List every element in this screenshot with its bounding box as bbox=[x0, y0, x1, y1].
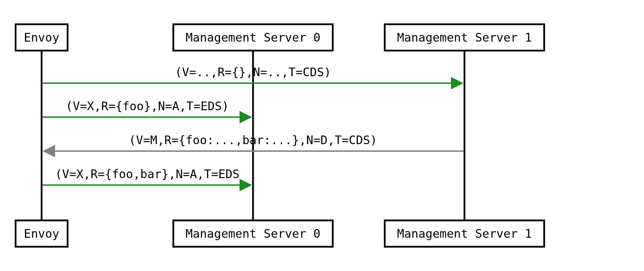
actor-ms0-bottom: Management Server 0 bbox=[173, 220, 333, 247]
message-1-label: (V=..,R={},N=..,T=CDS) bbox=[175, 65, 331, 79]
sequence-diagram: Envoy Management Server 0 Management Ser… bbox=[0, 0, 644, 271]
actor-ms1-bottom-label: Management Server 1 bbox=[397, 227, 532, 241]
actor-ms1-top: Management Server 1 bbox=[385, 24, 544, 51]
message-4-label: (V=X,R={foo,bar},N=A,T=EDS bbox=[55, 167, 240, 181]
actor-ms1-bottom: Management Server 1 bbox=[385, 220, 544, 247]
actor-envoy-top-label: Envoy bbox=[24, 30, 59, 44]
actor-ms0-bottom-label: Management Server 0 bbox=[186, 227, 321, 241]
actor-ms1-top-label: Management Server 1 bbox=[397, 30, 532, 44]
actor-envoy-bottom: Envoy bbox=[16, 220, 68, 247]
actor-ms0-top-label: Management Server 0 bbox=[186, 30, 321, 44]
actor-envoy-bottom-label: Envoy bbox=[24, 227, 59, 241]
actor-ms0-top: Management Server 0 bbox=[173, 24, 333, 51]
message-4: (V=X,R={foo,bar},N=A,T=EDS bbox=[43, 167, 251, 185]
message-3-label: (V=M,R={foo:...,bar:...},N=D,T=CDS) bbox=[129, 133, 377, 147]
message-2: (V=X,R={foo},N=A,T=EDS) bbox=[43, 99, 251, 117]
actor-envoy-top: Envoy bbox=[16, 24, 68, 51]
message-2-label: (V=X,R={foo},N=A,T=EDS) bbox=[66, 99, 229, 113]
